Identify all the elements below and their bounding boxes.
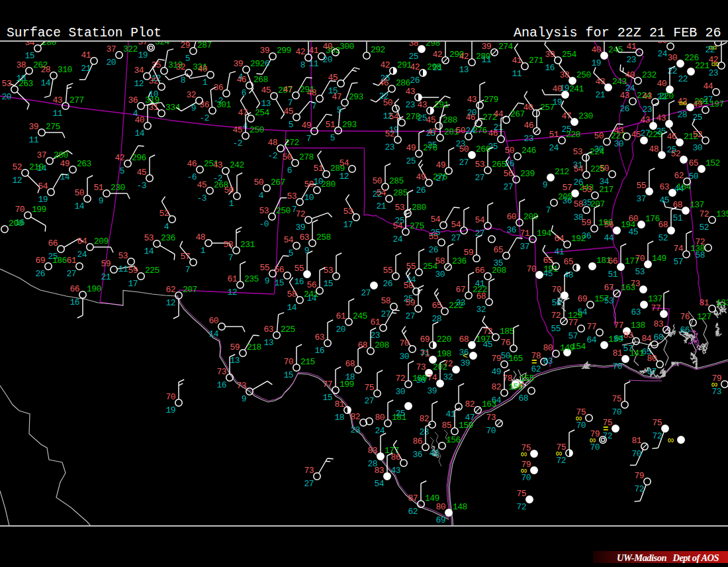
svg-text:∞: ∞ [590,435,596,446]
svg-text:43: 43 [619,91,629,101]
svg-text:51: 51 [608,270,617,280]
svg-text:54: 54 [283,235,293,245]
svg-text:30: 30 [399,352,409,362]
svg-text:Analysis for 22Z 21 FEB 26: Analysis for 22Z 21 FEB 26 [514,25,721,40]
svg-text:52: 52 [12,162,22,172]
svg-text:43: 43 [212,160,222,170]
svg-text:23: 23 [523,134,533,144]
svg-text:16: 16 [216,380,226,390]
svg-text:-3: -3 [197,193,206,203]
svg-text:58: 58 [381,296,390,306]
svg-text:58: 58 [573,199,583,209]
svg-text:19: 19 [591,58,601,68]
svg-text:239: 239 [520,169,535,179]
svg-text:80: 80 [543,343,553,353]
svg-text:19: 19 [165,405,175,415]
svg-text:254: 254 [255,108,270,118]
svg-text:30: 30 [395,387,405,397]
svg-text:45: 45 [482,340,492,350]
svg-text:12: 12 [339,172,349,181]
svg-text:55: 55 [259,263,269,273]
svg-text:84: 84 [641,334,651,344]
svg-text:53: 53 [118,251,128,261]
svg-text:47: 47 [561,111,571,121]
svg-text:49: 49 [416,172,426,182]
svg-text:254: 254 [562,50,577,60]
svg-text:217: 217 [599,185,614,195]
svg-text:68: 68 [518,393,528,403]
svg-text:242: 242 [230,160,244,170]
svg-text:70: 70 [15,205,24,215]
svg-text:=: = [531,357,537,368]
svg-text:<: < [463,351,468,361]
svg-text:149: 149 [652,254,666,264]
svg-text:40: 40 [322,42,332,52]
svg-text:200: 200 [9,219,23,229]
svg-text:138: 138 [631,321,645,331]
svg-text:27: 27 [304,479,314,489]
svg-text:278: 278 [299,152,314,162]
svg-text:77: 77 [322,380,332,389]
svg-text:72: 72 [516,502,526,512]
svg-text:9: 9 [242,394,246,404]
svg-text:70: 70 [486,426,496,436]
svg-text:69: 69 [35,256,45,266]
svg-text:∞: ∞ [521,449,527,460]
svg-text:13: 13 [263,338,273,348]
svg-text:12: 12 [12,176,22,185]
svg-text:16: 16 [314,346,324,356]
svg-text:292: 292 [250,59,265,69]
svg-text:268: 268 [253,75,268,85]
svg-text:228: 228 [566,130,580,140]
svg-text:-2: -2 [199,113,209,123]
svg-text:54: 54 [376,188,386,198]
svg-text:16: 16 [294,277,304,287]
svg-text:17: 17 [128,279,138,289]
svg-text:43: 43 [656,113,666,123]
svg-text:45: 45 [136,168,146,178]
svg-text:46: 46 [379,78,388,88]
svg-text:21: 21 [376,201,386,211]
svg-text:280: 280 [321,180,336,189]
svg-text:52: 52 [699,223,709,232]
svg-text:4: 4 [259,191,264,201]
svg-text:67: 67 [604,283,614,293]
svg-text:236: 236 [161,233,175,243]
svg-text:45: 45 [328,73,338,83]
svg-text:186: 186 [52,256,67,266]
svg-text:81: 81 [699,298,709,308]
svg-text:72: 72 [699,209,709,219]
svg-text:59: 59 [101,259,111,269]
svg-text:-0: -0 [259,219,269,229]
svg-text:63: 63 [543,356,553,366]
svg-text:42: 42 [410,62,420,72]
svg-text:241: 241 [569,84,584,94]
svg-text:28: 28 [677,110,687,120]
svg-text:28: 28 [40,65,50,75]
svg-text:42: 42 [432,50,442,60]
svg-text:56: 56 [274,265,284,275]
svg-text:81: 81 [334,399,344,409]
svg-text:280: 280 [412,203,426,213]
svg-text:39: 39 [545,50,555,60]
svg-text:150: 150 [508,382,523,392]
svg-text:43: 43 [390,466,400,476]
svg-text:53: 53 [323,266,333,276]
svg-text:25: 25 [656,127,666,136]
svg-text:285: 285 [393,188,408,198]
svg-text:11: 11 [118,264,128,274]
svg-text:24: 24 [465,126,475,136]
svg-text:57: 57 [562,183,572,193]
svg-text:14: 14 [306,293,316,303]
svg-text:55: 55 [383,266,392,276]
svg-text:52: 52 [670,149,680,159]
svg-text:58: 58 [695,250,705,260]
svg-text:47: 47 [332,92,341,102]
svg-text:73: 73 [416,362,426,372]
svg-text:72: 72 [295,209,305,219]
svg-text:73: 73 [630,279,640,289]
svg-text:50: 50 [455,126,465,136]
svg-text:53: 53 [475,160,484,170]
svg-text:25: 25 [395,409,405,419]
svg-text:209: 209 [94,236,109,246]
